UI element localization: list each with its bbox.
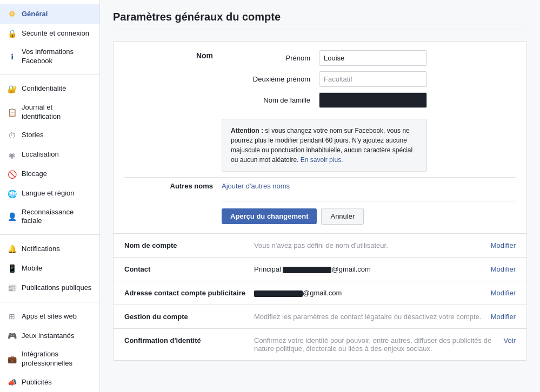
info-value-0: Vous n'avez pas défini de nom d'utilisat… bbox=[254, 241, 484, 249]
info-value-2: @gmail.com bbox=[254, 289, 484, 297]
sidebar-item-general[interactable]: ⚙Général bbox=[0, 4, 99, 24]
info-row-1: ContactPrincipal @gmail.comModifier bbox=[114, 258, 526, 281]
sidebar-icon-block: 🚫 bbox=[6, 169, 17, 180]
sidebar-label-notifications: Notifications bbox=[22, 245, 60, 254]
section-header-name: Nom bbox=[124, 50, 222, 60]
name-form-fields: PrénomDeuxième prénomNom de famille bbox=[222, 50, 516, 113]
info-action-2[interactable]: Modifier bbox=[491, 289, 516, 297]
sidebar-icon-security: 🔒 bbox=[6, 28, 17, 39]
sidebar-label-stories: Stories bbox=[22, 131, 43, 140]
sidebar-item-pub[interactable]: 📣Publicités bbox=[0, 373, 99, 392]
sidebar-icon-location: ◉ bbox=[6, 150, 17, 160]
sidebar-icon-general: ⚙ bbox=[6, 9, 17, 19]
sidebar-item-mobile[interactable]: 📱Mobile bbox=[0, 259, 99, 278]
other-names-row: Autres noms Ajouter d'autres noms bbox=[124, 177, 516, 194]
form-row-1: Deuxième prénom bbox=[222, 71, 516, 87]
sidebar-icon-pub: 📣 bbox=[6, 377, 17, 388]
sidebar-label-pub: Publicités bbox=[22, 378, 52, 387]
info-action-4[interactable]: Voir bbox=[504, 336, 516, 344]
sidebar-item-location[interactable]: ◉Localisation bbox=[0, 145, 99, 165]
sidebar-item-pubpub[interactable]: 📰Publications publiques bbox=[0, 278, 99, 298]
sidebar-item-language[interactable]: 🌐Langue et région bbox=[0, 184, 99, 204]
form-input-2[interactable] bbox=[319, 92, 427, 108]
info-label-1: Contact bbox=[124, 265, 254, 273]
info-action-0[interactable]: Modifier bbox=[491, 241, 516, 249]
info-rows-container: Nom de compteVous n'avez pas défini de n… bbox=[114, 234, 526, 360]
preview-button[interactable]: Aperçu du changement bbox=[222, 208, 317, 224]
info-label-0: Nom de compte bbox=[124, 241, 254, 249]
sidebar-label-block: Blocage bbox=[22, 170, 47, 179]
sidebar-label-games: Jeux instantanés bbox=[22, 332, 75, 341]
content-area: Paramètres généraux du compte Nom Prénom… bbox=[100, 0, 540, 392]
sidebar-label-general: Général bbox=[22, 10, 48, 19]
sidebar-label-journal: Journal et identification bbox=[22, 103, 93, 121]
sidebar-label-face: Reconnaissance faciale bbox=[22, 208, 93, 226]
sidebar-label-pubpub: Publications publiques bbox=[22, 283, 91, 293]
sidebar-item-fb-info[interactable]: ℹVos informations Facebook bbox=[0, 43, 99, 70]
form-label-1: Deuxième prénom bbox=[222, 75, 319, 83]
info-row-2: Adresse contact compte publicitaire@gmai… bbox=[114, 281, 526, 305]
form-label-2: Nom de famille bbox=[222, 96, 319, 104]
settings-card: Nom PrénomDeuxième prénomNom de famille … bbox=[113, 41, 527, 361]
sidebar-label-security: Sécurité et connexion bbox=[22, 29, 89, 38]
sidebar-icon-pubpub: 📰 bbox=[6, 282, 17, 293]
sidebar-item-face[interactable]: 👤Reconnaissance faciale bbox=[0, 204, 99, 231]
info-row-3: Gestion du compteModifiez les paramètres… bbox=[114, 305, 526, 329]
other-names-link[interactable]: Ajouter d'autres noms bbox=[222, 182, 290, 190]
sidebar-icon-face: 👤 bbox=[6, 211, 17, 222]
sidebar-item-security[interactable]: 🔒Sécurité et connexion bbox=[0, 24, 99, 43]
sidebar-icon-journal: 📋 bbox=[6, 107, 17, 118]
info-row-4: Confirmation d'identitéConfirmez votre i… bbox=[114, 329, 526, 360]
info-label-3: Gestion du compte bbox=[124, 313, 254, 321]
sidebar-icon-mobile: 📱 bbox=[6, 263, 17, 274]
sidebar-icon-notifications: 🔔 bbox=[6, 244, 17, 254]
main-content: Paramètres généraux du compte Nom Prénom… bbox=[100, 0, 540, 392]
sidebar-icon-stories: ⏱ bbox=[6, 130, 17, 141]
info-value-1: Principal @gmail.com bbox=[254, 265, 484, 273]
sidebar-item-journal[interactable]: 📋Journal et identification bbox=[0, 99, 99, 126]
sidebar-item-privacy[interactable]: 🔐Confidentialité bbox=[0, 79, 99, 99]
info-label-2: Adresse contact compte publicitaire bbox=[124, 289, 254, 297]
name-section: Nom PrénomDeuxième prénomNom de famille … bbox=[114, 42, 526, 234]
warning-box: Attention : si vous changez votre nom su… bbox=[222, 119, 427, 172]
sidebar-icon-privacy: 🔐 bbox=[6, 84, 17, 94]
sidebar-label-privacy: Confidentialité bbox=[22, 84, 66, 93]
warning-bold: Attention : bbox=[231, 127, 263, 134]
cancel-button[interactable]: Annuler bbox=[321, 208, 364, 225]
sidebar-icon-apps: ⊞ bbox=[6, 311, 17, 322]
sidebar-item-notifications[interactable]: 🔔Notifications bbox=[0, 239, 99, 259]
info-action-3[interactable]: Modifier bbox=[491, 313, 516, 321]
sidebar-label-mobile: Mobile bbox=[22, 264, 42, 273]
sidebar-icon-integ: 💼 bbox=[6, 354, 17, 364]
sidebar-icon-games: 🎮 bbox=[6, 330, 17, 341]
sidebar-item-block[interactable]: 🚫Blocage bbox=[0, 165, 99, 184]
info-value-4: Confirmez votre identité pour pouvoir, e… bbox=[254, 336, 497, 353]
info-row-0: Nom de compteVous n'avez pas défini de n… bbox=[114, 234, 526, 258]
action-buttons: Aperçu du changement Annuler bbox=[222, 201, 516, 225]
sidebar-label-language: Langue et région bbox=[22, 189, 75, 198]
form-input-1[interactable] bbox=[319, 71, 427, 87]
other-names-label: Autres noms bbox=[124, 182, 222, 190]
sidebar: ⚙Général🔒Sécurité et connexionℹVos infor… bbox=[0, 0, 100, 392]
form-row-0: Prénom bbox=[222, 50, 516, 66]
sidebar-label-apps: Apps et sites web bbox=[22, 312, 77, 321]
form-input-0[interactable] bbox=[319, 50, 427, 66]
info-action-1[interactable]: Modifier bbox=[491, 265, 516, 273]
sidebar-item-apps[interactable]: ⊞Apps et sites web bbox=[0, 307, 99, 326]
sidebar-icon-fb-info: ℹ bbox=[6, 51, 17, 62]
page-title: Paramètres généraux du compte bbox=[113, 11, 527, 30]
form-row-2: Nom de famille bbox=[222, 92, 516, 108]
sidebar-item-stories[interactable]: ⏱Stories bbox=[0, 126, 99, 145]
sidebar-item-integ[interactable]: 💼Intégrations professionnelles bbox=[0, 346, 99, 373]
form-label-0: Prénom bbox=[222, 54, 319, 62]
sidebar-item-games[interactable]: 🎮Jeux instantanés bbox=[0, 326, 99, 346]
sidebar-label-location: Localisation bbox=[22, 150, 59, 159]
warning-link[interactable]: En savoir plus. bbox=[301, 156, 343, 164]
sidebar-label-fb-info: Vos informations Facebook bbox=[22, 48, 93, 66]
info-value-3: Modifiez les paramètres de contact légat… bbox=[254, 313, 484, 321]
info-label-4: Confirmation d'identité bbox=[124, 336, 254, 344]
sidebar-icon-language: 🌐 bbox=[6, 188, 17, 199]
sidebar-label-integ: Intégrations professionnelles bbox=[22, 350, 93, 368]
